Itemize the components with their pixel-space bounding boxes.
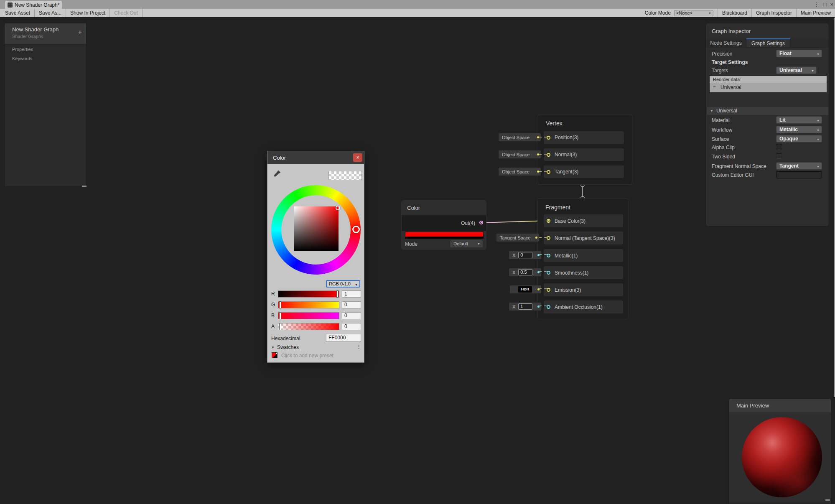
hdr-color-field[interactable]: HDR — [518, 286, 532, 293]
alpha-value-field[interactable]: 0 — [342, 323, 361, 330]
maximize-icon[interactable]: □ — [823, 0, 827, 9]
metallic-value-field[interactable]: 0 — [518, 252, 532, 258]
vertex-node[interactable]: Vertex Position(3) Normal(3) Tangent(3) — [538, 114, 632, 185]
close-icon[interactable]: × — [830, 0, 833, 9]
preview-resize-handle[interactable] — [825, 499, 830, 501]
normal-port[interactable] — [547, 153, 550, 157]
tab-new-shader-graph[interactable]: New Shader Graph* — [5, 1, 62, 9]
smoothness-port[interactable] — [547, 271, 550, 275]
metallic-port[interactable] — [547, 254, 550, 257]
hue-selector-knob[interactable] — [352, 226, 360, 233]
window-menu-icon[interactable]: ⋮ — [814, 0, 820, 9]
fragment-metallic-slot[interactable]: Metallic(1) — [544, 249, 623, 262]
blackboard-subtitle: Shader Graphs — [12, 34, 82, 39]
dashed-connector — [539, 171, 547, 172]
main-preview-toggle-button[interactable]: Main Preview — [796, 9, 835, 17]
swatch-preset-icon[interactable] — [272, 352, 277, 358]
red-slider[interactable] — [278, 290, 339, 298]
smoothness-value-field[interactable]: 0.5 — [518, 269, 532, 275]
eyedropper-icon[interactable] — [273, 170, 281, 178]
color-node-header: Color — [402, 201, 486, 216]
blackboard-section-properties[interactable]: Properties — [5, 44, 86, 53]
alpha-slider[interactable] — [278, 323, 339, 330]
graph-inspector-toggle-button[interactable]: Graph Inspector — [751, 9, 796, 17]
fragment-basecolor-slot[interactable]: Base Color(3) — [544, 214, 623, 227]
swatches-foldout[interactable]: ▼ Swatches — [271, 344, 299, 350]
add-property-button[interactable]: + — [78, 28, 82, 36]
ambient-occlusion-port[interactable] — [547, 305, 550, 309]
dashed-connector — [539, 137, 547, 137]
vertex-position-slot[interactable]: Position(3) — [544, 131, 624, 144]
saturation-value-square[interactable] — [294, 206, 339, 251]
mode-dropdown[interactable]: Default ▼ — [450, 240, 483, 247]
blackboard-section-keywords[interactable]: Keywords — [5, 53, 86, 63]
blue-slider-handle[interactable] — [279, 312, 281, 319]
blackboard-toggle-button[interactable]: Blackboard — [718, 9, 751, 17]
emission-port[interactable] — [547, 288, 550, 292]
vertex-normal-slot[interactable]: Normal(3) — [544, 148, 624, 161]
fragment-smoothness-slot[interactable]: Smoothness(1) — [544, 266, 623, 279]
blue-value-field[interactable]: 0 — [342, 312, 361, 319]
position-port[interactable] — [547, 136, 550, 140]
green-slider[interactable] — [278, 301, 339, 308]
add-preset-hint[interactable]: Click to add new preset — [281, 353, 333, 359]
save-asset-button[interactable]: Save Asset — [1, 9, 35, 17]
tab-node-settings[interactable]: Node Settings — [706, 38, 746, 47]
blue-slider[interactable] — [278, 312, 339, 319]
fragment-normal-slot[interactable]: Normal (Tangent Space)(3) — [544, 232, 623, 244]
normal-space-binding-pill[interactable]: Tangent Space — [496, 234, 539, 242]
fragment-emission-slot[interactable]: Emission(3) — [544, 283, 623, 296]
tangent-port[interactable] — [547, 170, 550, 174]
reorder-item-universal[interactable]: = Universal — [709, 83, 827, 93]
two-sided-checkbox[interactable] — [776, 153, 782, 159]
blue-channel-row: B 0 — [267, 312, 365, 319]
base-color-port-label: Base Color(3) — [555, 218, 586, 224]
alpha-clip-checkbox[interactable] — [776, 144, 782, 150]
reorder-data-header: Reorder data: — [709, 76, 827, 83]
position-space-pill[interactable]: Object Space — [499, 133, 541, 141]
fragment-normal-space-dropdown[interactable]: Tangent ▼ — [776, 162, 822, 170]
saturation-value-knob[interactable] — [336, 206, 340, 210]
foldout-triangle-icon: ▼ — [710, 107, 713, 115]
universal-foldout[interactable]: ▼ Universal — [707, 107, 828, 115]
green-value-field[interactable]: 0 — [342, 301, 361, 308]
green-channel-row: G 0 — [267, 301, 365, 308]
position-port-label: Position(3) — [555, 135, 578, 140]
red-value-field[interactable]: 1 — [342, 290, 361, 298]
close-dialog-button[interactable]: × — [353, 153, 362, 162]
swatches-menu-icon[interactable]: ⋮ — [356, 344, 361, 350]
fragment-node[interactable]: Fragment Base Color(3) Normal (Tangent S… — [537, 198, 629, 319]
color-picker-titlebar[interactable]: Color × — [267, 151, 364, 164]
normal-tangent-space-port[interactable] — [547, 236, 550, 240]
surface-dropdown[interactable]: Opaque ▼ — [776, 135, 822, 143]
color-node[interactable]: Color Out(4) Mode Default ▼ — [401, 200, 486, 250]
preview-sphere[interactable] — [742, 417, 822, 497]
green-slider-handle[interactable] — [279, 301, 281, 308]
custom-editor-gui-field[interactable] — [776, 171, 822, 178]
tab-graph-settings[interactable]: Graph Settings — [746, 38, 790, 47]
color-value-swatch[interactable] — [405, 232, 484, 237]
hexadecimal-field[interactable]: FF0000 — [326, 334, 361, 342]
save-as-button[interactable]: Save As... — [35, 9, 66, 17]
show-in-project-button[interactable]: Show In Project — [66, 9, 110, 17]
tab-title: New Shader Graph* — [15, 2, 59, 8]
fragment-ao-slot[interactable]: Ambient Occlusion(1) — [544, 300, 623, 313]
targets-dropdown[interactable]: Universal ▼ — [776, 66, 817, 74]
tangent-space-pill[interactable]: Object Space — [499, 168, 541, 176]
precision-dropdown[interactable]: Float ▼ — [776, 50, 822, 57]
blackboard-resize-handle[interactable] — [82, 186, 87, 187]
out-port[interactable] — [479, 221, 483, 224]
ao-value-field[interactable]: 1 — [518, 303, 532, 310]
color-mode-dropdown[interactable]: <None> ▼ — [674, 10, 713, 16]
normal-space-pill[interactable]: Object Space — [499, 150, 541, 158]
color-mode-select[interactable]: RGB 0-1.0 ▼ — [326, 280, 360, 288]
drag-handle-icon[interactable]: = — [713, 83, 716, 92]
red-slider-handle[interactable] — [336, 290, 339, 298]
base-color-port[interactable] — [547, 219, 550, 223]
workflow-dropdown[interactable]: Metallic ▼ — [776, 126, 822, 133]
smoothness-port-label: Smoothness(1) — [555, 270, 588, 276]
alpha-slider-handle[interactable] — [279, 323, 281, 330]
material-dropdown[interactable]: Lit ▼ — [776, 116, 822, 124]
vertex-tangent-slot[interactable]: Tangent(3) — [544, 165, 624, 178]
dashed-connector — [539, 237, 547, 238]
